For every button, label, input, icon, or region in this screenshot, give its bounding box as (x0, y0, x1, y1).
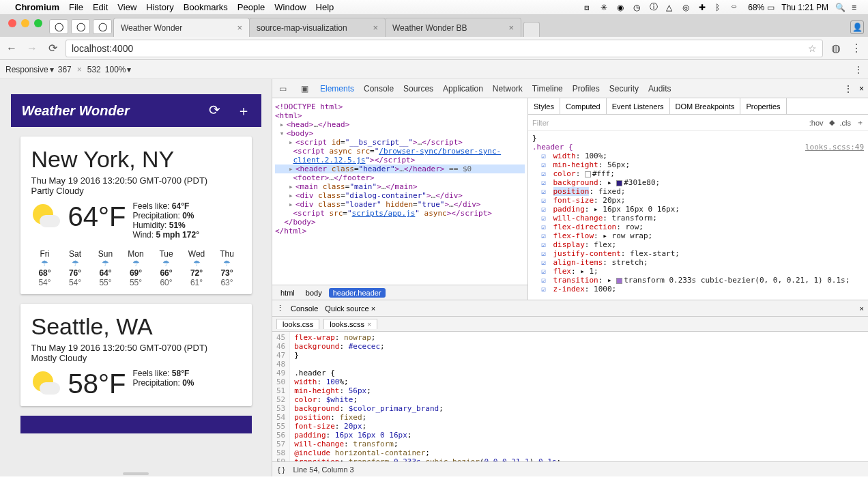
source-link[interactable]: looks.scss:49 (805, 143, 864, 152)
css-rules[interactable]: } looks.scss:49.header { ☑ width: 100%; … (528, 131, 868, 300)
menu-window[interactable]: Window (274, 2, 306, 12)
panel-profiles[interactable]: Profiles (573, 84, 600, 94)
crumb-body[interactable]: body (302, 288, 326, 298)
add-icon[interactable]: ＋ (237, 102, 250, 120)
extension-icon[interactable]: ◍ (828, 41, 843, 56)
puzzle-icon[interactable]: ✚ (699, 3, 708, 12)
window-controls (3, 19, 48, 33)
pinned-firefox-icon[interactable]: ◯ (71, 19, 90, 34)
minimize-window[interactable] (21, 19, 29, 27)
url-input[interactable]: localhost:4000 ☆ (66, 40, 823, 57)
menu-edit[interactable]: Edit (93, 2, 108, 12)
battery-status[interactable]: 68% ▭ (748, 3, 775, 12)
weather-card: New York, NY Thu May 19 2016 13:20:50 GM… (20, 137, 252, 294)
city-name: New York, NY (31, 146, 241, 173)
source-code[interactable]: 45464748495051525354555657585960 flex-wr… (272, 332, 868, 461)
pinned-github-icon[interactable]: ◯ (49, 19, 68, 34)
filter-input[interactable]: Filter (532, 119, 804, 127)
menu-bookmarks[interactable]: Bookmarks (184, 2, 228, 12)
menu-file[interactable]: File (69, 2, 83, 12)
eye-icon[interactable]: ◉ (617, 3, 626, 12)
devtools-drawer: ⋮ Console Quick source × × looks.css loo… (272, 300, 868, 476)
tab-styles[interactable]: Styles (528, 98, 560, 114)
maximize-window[interactable] (34, 19, 42, 27)
forward-button[interactable]: → (25, 41, 40, 56)
tab-properties[interactable]: Properties (740, 98, 786, 114)
macos-menubar: Chromium File Edit View History Bookmark… (0, 0, 868, 15)
browser-menu-icon[interactable]: ⋮ (849, 41, 864, 56)
clock[interactable]: Thu 1:21 PM (781, 3, 828, 12)
info-icon[interactable]: ⓘ (650, 1, 659, 13)
file-tab[interactable]: looks.css (276, 319, 319, 329)
add-rule-icon[interactable]: ＋ (856, 117, 864, 128)
inspect-icon[interactable]: ▭ (276, 84, 289, 94)
panel-application[interactable]: Application (443, 84, 483, 94)
app-title: Weather Wonder (22, 103, 130, 119)
panel-sources[interactable]: Sources (403, 84, 433, 94)
device-mode-select[interactable]: Responsive ▾ (5, 65, 54, 74)
panel-console[interactable]: Console (364, 84, 394, 94)
braces-icon[interactable]: { } (278, 466, 285, 474)
tab-computed[interactable]: Computed (560, 98, 607, 114)
file-tab[interactable]: looks.scss× (323, 319, 377, 329)
drawer-tab-quicksource[interactable]: Quick source × (325, 304, 375, 313)
device-height[interactable]: 532 (87, 65, 101, 74)
dom-tree[interactable]: <!DOCTYPE html> <html> ▸<head>…</head> ▾… (272, 98, 527, 285)
device-toggle-icon[interactable]: ▣ (298, 84, 310, 94)
tab-listeners[interactable]: Event Listeners (607, 98, 670, 114)
new-tab-button[interactable] (523, 22, 540, 37)
panel-audits[interactable]: Audits (648, 84, 671, 94)
menu-history[interactable]: History (146, 2, 173, 12)
tab-1[interactable]: Weather Wonder× (113, 18, 250, 37)
sync-icon[interactable]: ✳ (601, 3, 610, 12)
dropbox-icon[interactable]: ⧈ (584, 3, 594, 12)
close-icon[interactable]: × (371, 304, 375, 313)
drawer-tab-console[interactable]: Console (291, 304, 318, 313)
timer-icon[interactable]: ◷ (633, 3, 643, 12)
menu-view[interactable]: View (117, 2, 136, 12)
pin-icon[interactable]: ◆ (829, 118, 835, 127)
devtools-close-icon[interactable]: × (859, 84, 864, 94)
close-window[interactable] (8, 19, 16, 27)
tab-3[interactable]: Weather Wonder BB× (385, 18, 521, 37)
reload-button[interactable]: ⟳ (45, 41, 60, 56)
spotlight-icon[interactable]: 🔍 (835, 3, 845, 12)
menu-icon[interactable]: ≡ (852, 3, 861, 12)
panel-elements[interactable]: Elements (320, 84, 354, 94)
device-zoom[interactable]: 100% ▾ (105, 65, 132, 74)
browser-tabstrip: ◯ ◯ ◯ Weather Wonder× source-map-visuali… (0, 15, 868, 37)
panel-security[interactable]: Security (609, 84, 639, 94)
panel-timeline[interactable]: Timeline (532, 84, 563, 94)
device-menu-icon[interactable]: ⋮ (854, 65, 863, 74)
wifi-icon[interactable]: ⌔ (732, 3, 741, 12)
close-icon[interactable]: × (234, 23, 245, 33)
chrome-icon[interactable]: ◎ (682, 3, 692, 12)
crumb-header[interactable]: header.header (329, 288, 386, 298)
hov-toggle[interactable]: :hov (809, 119, 824, 127)
panel-network[interactable]: Network (493, 84, 523, 94)
bluetooth-icon[interactable]: ᛒ (715, 3, 725, 12)
menu-help[interactable]: Help (316, 2, 334, 12)
profile-button[interactable]: 👤 (846, 18, 868, 37)
app-header: Weather Wonder ⟳ ＋ (11, 94, 261, 127)
tab-2[interactable]: source-map-visualization× (249, 18, 386, 37)
cls-toggle[interactable]: .cls (840, 119, 852, 127)
pinned-site-icon[interactable]: ◯ (93, 19, 112, 34)
menu-people[interactable]: People (237, 2, 265, 12)
app-name[interactable]: Chromium (15, 2, 59, 12)
devtools-menu-icon[interactable]: ⋮ (844, 84, 852, 94)
device-width[interactable]: 367 (58, 65, 72, 74)
current-temp: 64°F (68, 201, 126, 232)
crumb-html[interactable]: html (276, 288, 299, 298)
close-icon[interactable]: × (506, 23, 517, 33)
drive-icon[interactable]: △ (666, 3, 676, 12)
drawer-menu-icon[interactable]: ⋮ (276, 304, 284, 313)
source-status: { } Line 54, Column 3 (272, 461, 868, 476)
close-icon[interactable]: × (370, 23, 381, 33)
bookmark-star-icon[interactable]: ☆ (808, 43, 817, 54)
close-icon[interactable]: × (367, 320, 371, 328)
drawer-close-icon[interactable]: × (860, 304, 864, 313)
refresh-icon[interactable]: ⟳ (209, 102, 220, 120)
tab-breakpoints[interactable]: DOM Breakpoints (670, 98, 741, 114)
back-button[interactable]: ← (4, 41, 19, 56)
